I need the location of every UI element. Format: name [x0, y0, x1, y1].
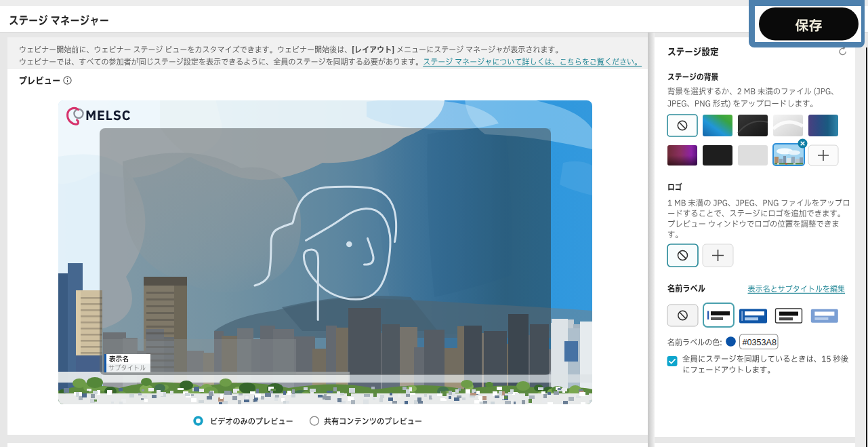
svg-text:#0353A8: #0353A8 [743, 338, 777, 347]
